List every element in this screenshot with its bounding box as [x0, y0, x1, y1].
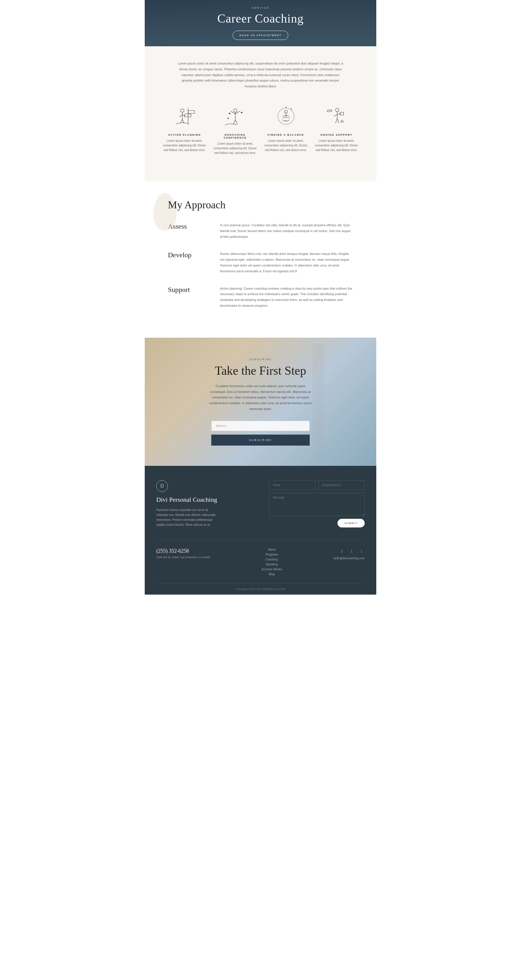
- subscribe-label: SUBSCRIBE: [156, 358, 365, 361]
- footer-nav: About Programs Coaching Speaking Success…: [261, 548, 282, 578]
- footer-logo: D: [156, 480, 168, 492]
- footer-contact-form: SUBMIT: [269, 480, 365, 527]
- approach-title: My Approach: [168, 199, 353, 211]
- svg-line-27: [334, 115, 337, 116]
- footer-address: 1234 Divi St. #1000, San Francisco, CA 9…: [156, 556, 210, 559]
- footer-email: hello@divicoaching.com: [333, 557, 365, 560]
- twitter-icon[interactable]: t: [349, 548, 355, 554]
- feature-support-title: ONGING SUPPORT: [314, 134, 359, 136]
- facebook-icon[interactable]: f: [339, 548, 345, 554]
- svg-point-19: [285, 110, 287, 113]
- approach-desc-develop: Donec ullamcorper libero nisl, nec bland…: [220, 251, 353, 274]
- approach-label-support: Support: [168, 286, 209, 309]
- svg-line-13: [233, 120, 235, 124]
- features-grid: ACTION PLANNING Lorem ipsum dolor sit am…: [156, 101, 365, 167]
- footer-form-name-email-row: [269, 480, 365, 490]
- approach-desc-assess: In non pulvinar purus. Curabitur nisi od…: [220, 223, 353, 240]
- approach-desc-support: Action planning: Career coaching involve…: [220, 286, 353, 309]
- svg-line-28: [337, 113, 341, 115]
- svg-line-22: [286, 115, 290, 116]
- svg-point-17: [228, 118, 228, 119]
- feature-confidence-title: EHNACHING CONFIDENCE: [213, 134, 258, 139]
- approach-item-develop: Develop Donec ullamcorper libero nisl, n…: [168, 251, 353, 274]
- feature-balance-desc: Lorem ipsum dolor sit amet, consectetur …: [263, 138, 308, 153]
- footer-copyright: Copyright © 2023 Divi. All Rights Reserv…: [156, 583, 365, 595]
- footer-email-input[interactable]: [319, 480, 365, 490]
- svg-line-12: [235, 111, 240, 114]
- svg-point-9: [234, 109, 237, 112]
- subscribe-button[interactable]: SUBSCRIBE: [211, 434, 310, 445]
- hero-service-label: SERVICE: [217, 6, 304, 9]
- svg-marker-24: [291, 108, 292, 109]
- feature-action-planning-desc: Lorem ipsum dolor sit amet, consectetur …: [162, 138, 207, 153]
- svg-rect-8: [185, 114, 191, 117]
- footer-social: f t i hello@divicoaching.com: [333, 548, 365, 560]
- hero-title: Career Coaching: [217, 11, 304, 25]
- approach-item-support: Support Action planning: Career coaching…: [168, 286, 353, 309]
- feature-confidence: EHNACHING CONFIDENCE Lorem ipsum dolor s…: [213, 104, 258, 155]
- footer-message-input[interactable]: [269, 493, 365, 516]
- svg-marker-23: [285, 107, 287, 108]
- book-appointment-button[interactable]: BOOK AN APPOINTMENT: [233, 31, 288, 40]
- feature-action-planning: ACTION PLANNING Lorem ipsum dolor sit am…: [162, 104, 207, 155]
- footer-nav-success[interactable]: Success Stories: [261, 568, 282, 571]
- hero-content: SERVICE Career Coaching BOOK AN APPOINTM…: [217, 6, 304, 40]
- svg-point-15: [229, 113, 230, 114]
- subscribe-title: Take the First Step: [156, 364, 365, 378]
- intro-section: Lorem ipsum dolor sit amet consectetur a…: [145, 46, 376, 181]
- footer-name-input[interactable]: [269, 480, 315, 490]
- approach-section: My Approach Assess In non pulvinar purus…: [145, 181, 376, 338]
- footer-nav-about[interactable]: About: [261, 548, 282, 551]
- svg-point-0: [181, 109, 184, 112]
- support-icon: [322, 104, 351, 130]
- svg-line-14: [235, 120, 237, 124]
- svg-point-16: [241, 112, 242, 113]
- approach-label-assess: Assess: [168, 223, 209, 240]
- footer-contact-info: (255) 352-6258 1234 Divi St. #1000, San …: [156, 548, 210, 559]
- footer-social-icons: f t i: [333, 548, 365, 554]
- footer-brand-desc: Parturient viverra imperdiet orci vel et…: [156, 508, 220, 527]
- svg-line-11: [231, 111, 235, 114]
- approach-label-develop: Develop: [168, 251, 209, 274]
- confidence-icon: [221, 104, 250, 130]
- instagram-icon[interactable]: i: [358, 548, 365, 554]
- svg-line-29: [335, 119, 337, 123]
- footer-nav-programs[interactable]: Programs: [261, 553, 282, 556]
- intro-text: Lorem ipsum dolor sit amet consectetur a…: [177, 61, 344, 89]
- footer-brand-name: Divi Personal Coaching: [156, 496, 252, 503]
- feature-support: ONGING SUPPORT Lorem ipsum dolor sit ame…: [314, 104, 359, 155]
- footer-nav-blog[interactable]: Blog: [261, 573, 282, 576]
- feature-support-desc: Lorem ipsum dolor sit amet, consectetur …: [314, 138, 359, 153]
- feature-confidence-desc: Lorem ipsum dolor sit amet, consectetur …: [213, 142, 258, 155]
- subscribe-email-input[interactable]: [211, 421, 310, 431]
- balance-icon: [271, 104, 300, 130]
- subscribe-desc: Curabitur fermentum nulla non justo aliq…: [209, 383, 312, 412]
- footer-top: D Divi Personal Coaching Parturient vive…: [156, 480, 365, 527]
- action-planning-icon: [170, 104, 199, 130]
- svg-point-25: [335, 108, 339, 112]
- footer-phone: (255) 352-6258: [156, 548, 210, 554]
- approach-item-assess: Assess In non pulvinar purus. Curabitur …: [168, 223, 353, 240]
- footer-brand: D Divi Personal Coaching Parturient vive…: [156, 480, 252, 527]
- hero-section: SERVICE Career Coaching BOOK AN APPOINTM…: [145, 0, 376, 46]
- svg-line-2: [180, 115, 182, 117]
- svg-line-21: [282, 115, 286, 116]
- footer-bottom: (255) 352-6258 1234 Divi St. #1000, San …: [156, 539, 365, 583]
- svg-line-30: [337, 119, 339, 123]
- footer-submit-button[interactable]: SUBMIT: [338, 519, 365, 527]
- footer-nav-coaching[interactable]: Coaching: [261, 558, 282, 561]
- feature-action-planning-title: ACTION PLANNING: [162, 134, 207, 136]
- subscribe-content: SUBSCRIBE Take the First Step Curabitur …: [156, 358, 365, 445]
- footer: D Divi Personal Coaching Parturient vive…: [145, 466, 376, 595]
- feature-balance: FINDING A BALANCE Lorem ipsum dolor sit …: [263, 104, 308, 155]
- svg-rect-7: [188, 111, 194, 113]
- footer-nav-speaking[interactable]: Speaking: [261, 563, 282, 566]
- feature-balance-title: FINDING A BALANCE: [263, 134, 308, 136]
- subscribe-section: SUBSCRIBE Take the First Step Curabitur …: [145, 338, 376, 466]
